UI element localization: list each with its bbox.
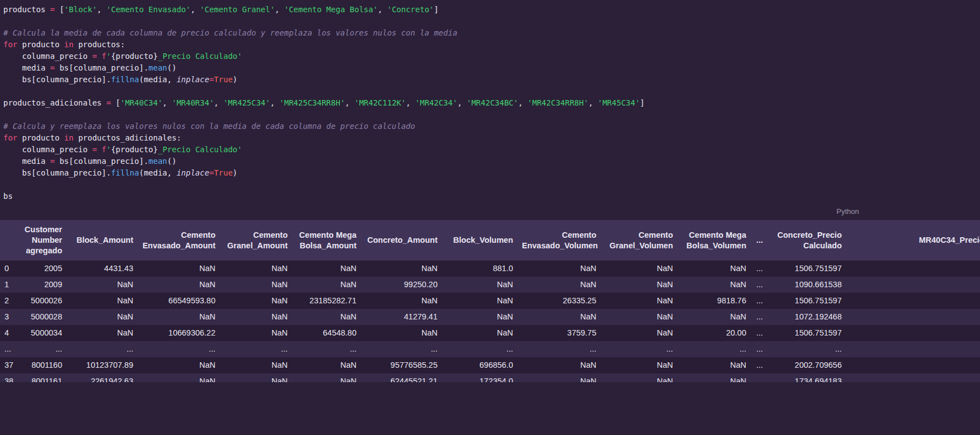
table-body: 020054431.43NaNNaNNaNNaN881.0NaNNaNNaN..… [0,261,980,382]
cell: NaN [292,261,361,277]
code-line [3,86,980,97]
code-token: 'Cemento Mega Bolsa' [284,5,378,14]
code-line: productos_adicionales = ['MR40C34', 'MR4… [3,97,980,109]
cell: NaN [601,277,677,293]
code-token: () [167,63,177,72]
column-header: Cemento Granel_Volumen [601,220,677,261]
code-line: columna_precio = f'{producto}_Precio Cal… [3,51,980,62]
cell: ... [751,373,767,382]
table-row: ....................................... [0,341,980,357]
code-token: media [3,157,50,166]
cell: 2261942.63 [67,373,138,382]
dataframe-output[interactable]: Customer Number agregadoBlock_AmountCeme… [0,220,980,382]
cell: ... [751,357,767,373]
code-token: ] [434,5,439,14]
cell: 5000026 [19,293,67,309]
cell: ... [751,341,767,357]
cell: NaN [138,373,220,382]
row-index-cell: ... [0,341,19,357]
language-row: Python [0,202,980,220]
cell: 62445521.21 [361,373,442,382]
row-index-cell: 38 [0,373,19,382]
cell: NaN [138,261,220,277]
cell: 8001161 [19,373,67,382]
code-token: 'Concreto' [387,5,434,14]
code-line: # Calcula y reemplaza los valores nulos … [3,121,980,132]
cell: 2009 [19,277,67,293]
code-line: bs[columna_precio].fillna(media, inplace… [3,167,980,179]
code-token: , [190,5,200,14]
code-line: media = bs[columna_precio].mean() [3,156,980,167]
cell: ... [751,277,767,293]
column-header [0,220,19,261]
code-token: producto [17,40,64,49]
cell: 10123707.89 [67,357,138,373]
code-token: , [163,98,172,107]
cell: NaN [442,277,517,293]
code-token: productos [3,5,50,14]
code-editor[interactable]: productos = ['Block', 'Cemento Envasado'… [0,0,980,202]
code-token: productos_adicionales [3,98,106,107]
column-header: Concreto_Precio Calculado [767,220,846,261]
cell: NaN [67,293,138,309]
cell: 41279.41 [361,309,442,325]
cell: ... [138,341,220,357]
cell: NaN [517,277,601,293]
table-row: 45000034NaN10669306.22NaN64548.80NaNNaN3… [0,325,980,341]
code-token: in [64,133,74,142]
cell [846,293,980,309]
code-token: = [106,98,110,107]
cell: NaN [517,357,601,373]
column-header: Cemento Envasado_Volumen [517,220,601,261]
code-token: 'Cemento Envasado' [106,5,190,14]
cell: NaN [442,325,517,341]
cell: ... [220,341,292,357]
cell: NaN [601,325,677,341]
cell: NaN [138,277,220,293]
cell: 10669306.22 [138,325,220,341]
cell: 66549593.80 [138,293,220,309]
code-token: , [518,98,527,107]
code-token: inplace [177,168,209,177]
cell: NaN [220,261,292,277]
cell: ... [19,341,67,357]
cell: NaN [442,293,517,309]
code-token: for [3,133,17,142]
code-token: , [378,5,387,14]
code-token: bs[columna_precio]. [3,168,111,177]
row-index-cell: 2 [0,293,19,309]
row-index-cell: 1 [0,277,19,293]
code-token: bs[columna_precio]. [55,63,149,72]
code-token: in [64,40,74,49]
code-token: ' [106,52,110,61]
cell: ... [767,341,846,357]
dataframe-table: Customer Number agregadoBlock_AmountCeme… [0,220,980,382]
code-token: , [345,98,354,107]
cell [846,277,980,293]
cell: NaN [361,293,442,309]
cell: NaN [601,293,677,309]
table-row: 12009NaNNaNNaNNaN99250.20NaNNaNNaNNaN...… [0,277,980,293]
code-token: , [406,98,415,107]
cell: NaN [361,325,442,341]
cell: NaN [220,325,292,341]
column-header: Block_Amount [67,220,138,261]
code-token: productos: [73,40,125,49]
cell: ... [67,341,138,357]
header-row: Customer Number agregadoBlock_AmountCeme… [0,220,980,261]
code-token: productos_adicionales: [73,133,181,142]
code-token: mean [148,157,167,166]
code-token: {producto} [111,52,158,61]
cell: 99250.20 [361,277,442,293]
cell: 1506.751597 [767,325,846,341]
cell: 1506.751597 [767,261,846,277]
code-token: columna_precio [3,52,92,61]
code-token: mean [148,63,167,72]
cell: NaN [601,309,677,325]
cell-language-label[interactable]: Python [837,207,859,216]
table-row: 35000028NaNNaNNaNNaN41279.41NaNNaNNaNNaN… [0,309,980,325]
column-header: Block_Volumen [442,220,517,261]
code-line: for producto in productos_adicionales: [3,132,980,144]
cell: 5000034 [19,325,67,341]
code-line: productos = ['Block', 'Cemento Envasado'… [3,4,980,16]
